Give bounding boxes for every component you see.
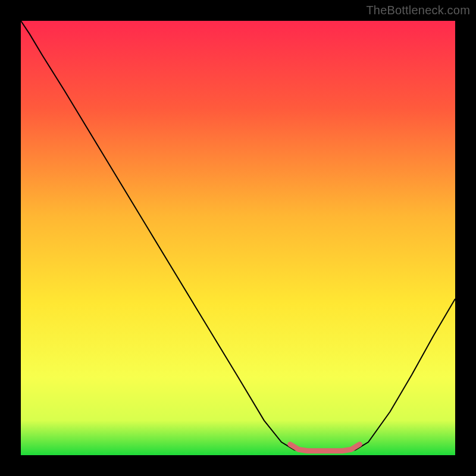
plot-area <box>21 21 455 455</box>
chart-frame: TheBottleneck.com <box>0 0 476 476</box>
watermark-text: TheBottleneck.com <box>366 4 470 17</box>
gradient-background <box>21 21 455 455</box>
chart-svg <box>21 21 455 455</box>
